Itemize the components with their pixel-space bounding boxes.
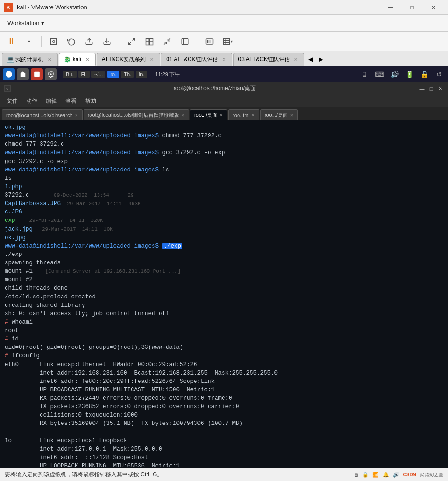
term-line-18: mount #2 <box>5 276 443 284</box>
vm-tab-kali-close[interactable]: ✕ <box>84 56 91 63</box>
term-tab-desktop2-close[interactable]: ✕ <box>290 113 294 118</box>
vm-tabs: 💻 我的计算机 ✕ 🐉 kali ✕ ATT&CK实战系列 ✕ 01 ATT&C… <box>0 51 448 66</box>
tab-nav-right[interactable]: ▶ <box>315 53 326 66</box>
quickbar-sep-1 <box>60 70 60 79</box>
term-tab-dirsearch-close[interactable]: ✕ <box>75 113 78 118</box>
term-line-5: www-data@indishell:/var/www/uploaded_ima… <box>5 166 443 174</box>
window-controls: — □ ✕ <box>380 0 444 15</box>
term-line-7: 1.php <box>5 183 443 191</box>
quickbar-icon-term[interactable] <box>31 68 43 80</box>
minimize-button[interactable]: — <box>380 0 401 15</box>
term-line-8: 37292.c 09-Dec-2022 13:54 29 <box>5 191 443 199</box>
quickbar-home[interactable]: ~/... <box>91 71 106 78</box>
quickbar-battery-icon[interactable]: 🔋 <box>403 68 415 80</box>
quickbar-icon-kali[interactable] <box>3 68 15 80</box>
term-tab-tml-close[interactable]: ✕ <box>252 113 255 118</box>
term-tab-tml-label: roo..tml <box>232 113 250 118</box>
vm-tab-kali[interactable]: 🐉 kali ✕ <box>59 53 95 66</box>
term-menu-action[interactable]: 动作 <box>22 96 41 106</box>
quickbar: Bu. Fi. ~/... ro. Th. In. 11:29 下午 🖥 ⌨ 🔊… <box>0 66 448 82</box>
pause-button[interactable]: ⏸ <box>4 34 19 49</box>
term-tab-desktop1-close[interactable]: ✕ <box>219 113 223 118</box>
status-icon-bell[interactable]: 🔔 <box>383 472 389 478</box>
statusbar: 要将输入定向到该虚拟机，请将鼠标指针移入其中或按 Ctrl+G。 🖥 🔒 📶 🔔… <box>0 468 448 481</box>
term-menu-view[interactable]: 查看 <box>62 96 80 106</box>
terminal-close[interactable]: ✕ <box>437 85 444 92</box>
term-tab-yujian[interactable]: root@locahost...ols/御剑后台扫描珍藏版 ✕ <box>84 109 189 120</box>
shrink-button[interactable] <box>160 34 175 49</box>
term-tab-yujian-close[interactable]: ✕ <box>181 113 185 118</box>
quickbar-icon-files[interactable] <box>17 68 29 80</box>
terminal-maximize[interactable]: □ <box>427 85 435 92</box>
screenshot-button[interactable] <box>46 34 61 49</box>
quickbar-bu[interactable]: Bu. <box>63 71 77 78</box>
term-line-32: RX packets:272449 errors:0 dropped:0 ove… <box>5 394 443 403</box>
autofit-button[interactable] <box>177 34 192 49</box>
svg-rect-9 <box>150 42 153 45</box>
terminal-minimize[interactable]: — <box>418 85 426 92</box>
svg-rect-6 <box>146 38 149 42</box>
status-icon-monitor[interactable]: 🖥 <box>353 472 358 478</box>
dropdown-arrow: ▾ <box>41 20 44 27</box>
full-screen-button[interactable] <box>124 34 139 49</box>
term-line-20: /etc/ld.so.preload created <box>5 293 443 301</box>
revert-button[interactable] <box>64 34 79 49</box>
terminal-titlebar: $ root@localhost:/home/zhian/桌面 — □ ✕ <box>0 82 448 95</box>
send-ctrlaltdel-button[interactable] <box>202 34 217 49</box>
status-icon-lock[interactable]: 🔒 <box>362 472 369 478</box>
snapshot-manager-button[interactable] <box>99 34 114 49</box>
term-line-12: jack.jpg29-Mar-2017 14:11 10K <box>5 225 443 233</box>
vm-tab-mycomputer-close[interactable]: ✕ <box>46 57 53 63</box>
tab-nav-left[interactable]: ◀ <box>305 53 315 66</box>
term-menu-help[interactable]: 帮助 <box>81 96 100 106</box>
quickbar-ro[interactable]: ro. <box>107 71 119 78</box>
snapshot-button[interactable] <box>82 34 97 49</box>
vm-tab-attck2-close[interactable]: ✕ <box>221 57 227 63</box>
terminal-content[interactable]: ok.jpg www-data@indishell:/var/www/uploa… <box>0 120 448 468</box>
terminal-controls: — □ ✕ <box>418 85 444 92</box>
term-tab-desktop1[interactable]: roo.../桌面 ✕ <box>190 109 227 120</box>
view-dropdown[interactable]: ▾ <box>220 34 235 49</box>
term-tab-dirsearch[interactable]: root@locahost...ols/dirsearch ✕ <box>2 109 83 120</box>
term-line-24: root <box>5 326 443 335</box>
workstation-menu[interactable]: Workstation ▾ <box>2 17 50 29</box>
term-line-22: sh: 0: can't access tty; job control tur… <box>5 310 443 318</box>
menubar: Workstation ▾ <box>0 15 448 32</box>
quickbar-monitor-icon[interactable]: 🖥 <box>358 68 371 80</box>
vm-tab-attck3[interactable]: 03 ATT&CK红队评估 ✕ <box>233 53 304 66</box>
term-tab-dirsearch-label: root@locahost...ols/dirsearch <box>6 113 73 118</box>
toolbar-sep-1 <box>41 36 42 47</box>
quickbar-fi[interactable]: Fi. <box>78 71 90 78</box>
vm-tab-attck1-close[interactable]: ✕ <box>148 57 155 63</box>
unity-button[interactable] <box>142 34 157 49</box>
term-menu-edit[interactable]: 编辑 <box>42 96 61 106</box>
quickbar-refresh-icon[interactable]: ↺ <box>433 68 445 80</box>
maximize-button[interactable]: □ <box>401 0 423 15</box>
status-text-author: @炫彩之星 <box>420 472 443 478</box>
svg-point-1 <box>53 40 55 42</box>
quickbar-icon-settings[interactable] <box>45 68 57 80</box>
term-tab-tml[interactable]: roo..tml ✕ <box>228 109 259 120</box>
quickbar-th[interactable]: Th. <box>121 71 134 78</box>
titlebar: K kali - VMware Workstation — □ ✕ <box>0 0 448 15</box>
status-text-csdn: CSDN <box>403 472 416 477</box>
quickbar-keyboard-icon[interactable]: ⌨ <box>373 68 385 80</box>
close-button[interactable]: ✕ <box>423 0 444 15</box>
term-line-30: inet6 addr: fe80::20c:29ff:fead:5226/64 … <box>5 377 443 386</box>
term-tab-desktop2[interactable]: roo.../桌面 ✕ <box>260 109 298 120</box>
term-line-16: spawning threads <box>5 259 443 267</box>
vm-tab-attck3-close[interactable]: ✕ <box>293 57 299 63</box>
pause-dropdown[interactable]: ▾ <box>21 34 36 49</box>
quickbar-in[interactable]: In. <box>136 71 147 78</box>
status-icon-sound[interactable]: 🔊 <box>393 472 399 478</box>
quickbar-sound-icon[interactable]: 🔊 <box>388 68 400 80</box>
term-line-28: eth0 Link encap:Ethernet HWaddr 00:0c:29… <box>5 361 443 369</box>
status-icon-network[interactable]: 📶 <box>372 472 379 478</box>
vm-tab-attck2[interactable]: 01 ATT&CK红队评估 ✕ <box>161 53 232 66</box>
vm-tab-mycomputer[interactable]: 💻 我的计算机 ✕ <box>2 53 58 66</box>
quickbar-lock-icon[interactable]: 🔒 <box>418 68 430 80</box>
term-tab-desktop1-label: roo.../桌面 <box>194 112 217 119</box>
vm-tab-attck1[interactable]: ATT&CK实战系列 ✕ <box>97 53 160 66</box>
svg-rect-8 <box>146 42 149 45</box>
term-menu-file[interactable]: 文件 <box>3 96 21 106</box>
